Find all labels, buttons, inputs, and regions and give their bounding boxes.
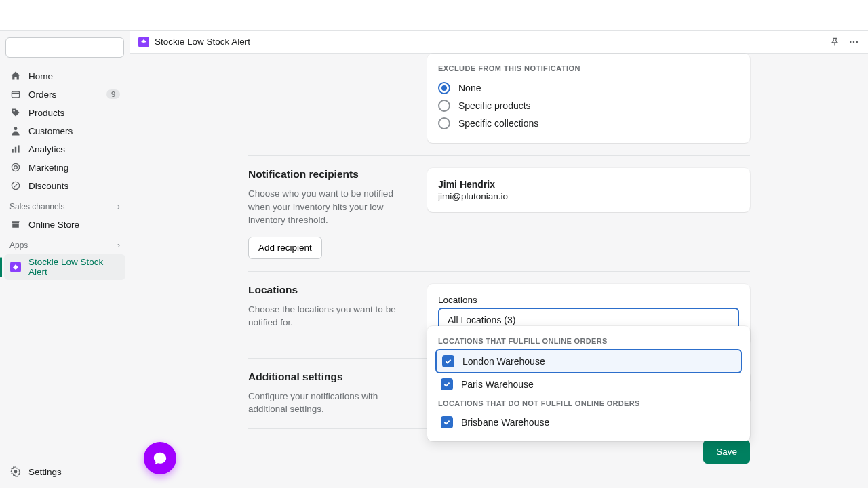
discount-icon [9,180,22,192]
analytics-icon [9,143,22,155]
option-label: London Warehouse [462,356,545,367]
svg-rect-4 [15,147,16,153]
nav-label: Settings [28,467,120,477]
chevron-right-icon: › [117,202,120,211]
radio-icon [438,100,450,112]
exclude-card: EXCLUDE FROM THIS NOTIFICATION None Spec… [427,54,750,143]
svg-point-11 [850,41,852,43]
svg-point-1 [13,110,14,111]
main-area: Stockie Low Stock Alert EXCLUDE FROM THI… [130,30,868,488]
orders-badge: 9 [106,89,120,99]
checkbox-checked-icon [441,416,453,428]
nav-orders[interactable]: Orders 9 [4,85,125,103]
nav-label: Analytics [28,144,120,155]
select-value: All Locations (3) [448,314,515,325]
exclude-option-collections[interactable]: Specific collections [438,115,739,132]
additional-title: Additional settings [248,371,411,383]
nav-analytics[interactable]: Analytics [4,140,125,158]
nav-discounts[interactable]: Discounts [4,177,125,195]
nav-settings[interactable]: Settings [4,463,125,481]
search-input[interactable] [5,37,124,58]
nav-app-stockie[interactable]: Stockie Low Stock Alert [4,254,125,280]
recipients-desc: Choose who you want to be notified when … [248,187,411,227]
gear-icon [9,466,22,478]
dropdown-group-header: LOCATIONS THAT FULFILL ONLINE ORDERS [435,333,742,349]
exclude-option-products[interactable]: Specific products [438,97,739,115]
locations-title: Locations [248,284,411,296]
app-header: Stockie Low Stock Alert [130,30,868,54]
nav-label: Stockie Low Stock Alert [28,257,120,277]
locations-card: Locations All Locations (3) LOCATIONS TH… [427,284,750,346]
sidebar: Home Orders 9 Products Customers Analyti… [0,30,130,488]
dropdown-group-header: LOCATIONS THAT DO NOT FULFILL ONLINE ORD… [435,395,742,411]
exclude-option-none[interactable]: None [438,79,739,97]
app-logo-icon [138,37,149,47]
add-recipient-button[interactable]: Add recipient [248,237,322,259]
nav-home[interactable]: Home [4,67,125,85]
app-title: Stockie Low Stock Alert [155,37,250,47]
recipients-title: Notification recipients [248,168,411,180]
orders-icon [9,88,22,100]
checkbox-checked-icon [441,378,453,390]
nav-products[interactable]: Products [4,104,125,121]
exclude-heading: EXCLUDE FROM THIS NOTIFICATION [438,64,739,73]
chevron-right-icon: › [117,241,120,250]
radio-icon [438,82,450,94]
nav-label: Discounts [28,181,120,191]
svg-point-12 [853,41,855,43]
location-option-london[interactable]: London Warehouse [435,349,742,373]
home-icon [9,70,22,82]
browser-topbar [0,0,868,30]
svg-point-6 [12,163,19,171]
recipient-name: Jimi Hendrix [438,179,739,190]
nav-label: Marketing [28,163,120,173]
location-option-brisbane[interactable]: Brisbane Warehouse [435,411,742,433]
nav-marketing[interactable]: Marketing [4,159,125,176]
header-text: Apps [9,241,28,250]
option-label: None [458,83,481,94]
header-text: Sales channels [9,202,64,211]
option-label: Specific collections [458,118,538,129]
checkbox-checked-icon [442,355,454,367]
sales-channels-header[interactable]: Sales channels › [4,195,125,216]
app-icon [9,261,22,273]
svg-rect-3 [12,149,13,153]
svg-point-13 [856,41,859,43]
option-label: Paris Warehouse [461,379,534,390]
svg-point-10 [14,470,18,474]
svg-rect-0 [12,92,19,98]
locations-desc: Choose the locations you want to be noti… [248,303,411,329]
nav-label: Online Store [28,220,120,230]
nav-label: Customers [28,126,120,136]
target-icon [9,161,22,174]
save-button[interactable]: Save [703,440,750,464]
location-option-paris[interactable]: Paris Warehouse [435,373,742,395]
nav-label: Home [28,71,120,81]
chat-fab[interactable] [144,442,176,474]
svg-point-2 [14,127,18,130]
svg-point-7 [14,166,18,169]
nav-online-store[interactable]: Online Store [4,216,125,233]
additional-desc: Configure your notifications with additi… [248,390,411,416]
nav-customers[interactable]: Customers [4,122,125,140]
recipient-email: jimi@plutonian.io [438,191,739,201]
pin-icon[interactable] [829,36,841,48]
more-icon[interactable] [848,36,860,48]
option-label: Specific products [458,100,531,111]
locations-dropdown: LOCATIONS THAT FULFILL ONLINE ORDERS Lon… [427,326,750,441]
person-icon [9,125,22,137]
button-label: Save [716,447,737,457]
recipient-card: Jimi Hendrix jimi@plutonian.io [427,168,750,212]
locations-field-label: Locations [438,295,739,305]
option-label: Brisbane Warehouse [461,417,549,428]
radio-icon [438,117,450,129]
button-label: Add recipient [258,243,312,253]
tag-icon [9,106,22,119]
store-icon [9,218,22,230]
svg-rect-5 [18,145,19,152]
apps-header[interactable]: Apps › [4,234,125,254]
nav-label: Products [28,108,120,118]
nav-label: Orders [28,89,106,100]
